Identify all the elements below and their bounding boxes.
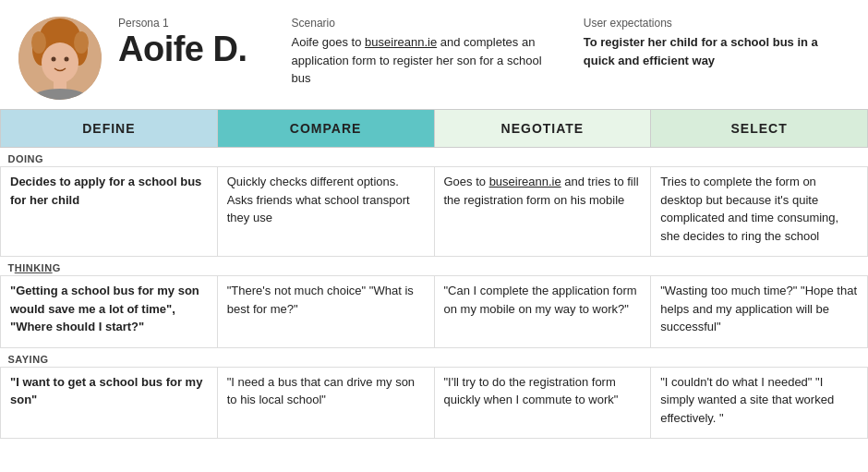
saying-content-row: "I want to get a school bus for my son" … <box>1 367 868 439</box>
scenario-text: Aoife goes to buseireann.ie and complete… <box>292 33 558 88</box>
svg-point-6 <box>42 42 78 83</box>
doing-label: DOING <box>1 148 868 167</box>
thinking-label-row: THINKING <box>1 257 868 276</box>
phase-negotiate: NEGOTIATE <box>434 110 651 148</box>
doing-cell-select: Tries to complete the form on desktop bu… <box>651 167 868 257</box>
doing-label-row: DOING <box>1 148 868 167</box>
doing-content-row: Decides to apply for a school bus for he… <box>1 167 868 257</box>
scenario-block: Scenario Aoife goes to buseireann.ie and… <box>264 17 558 88</box>
saying-cell-compare: "I need a bus that can drive my son to h… <box>217 367 434 439</box>
doing-cell-compare: Quickly checks different options. Asks f… <box>217 167 434 257</box>
persona-name: Aoife D. <box>118 31 247 67</box>
thinking-content-row: "Getting a school bus for my son would s… <box>1 276 868 348</box>
svg-point-4 <box>31 31 46 54</box>
thinking-cell-negotiate: "Can I complete the application form on … <box>434 276 651 348</box>
scenario-label: Scenario <box>292 17 558 30</box>
saying-label: SAYING <box>1 347 868 367</box>
header-section: Persona 1 Aoife D. Scenario Aoife goes t… <box>0 0 868 109</box>
thinking-cell-define: "Getting a school bus for my son would s… <box>1 276 218 348</box>
doing-cell-define: Decides to apply for a school bus for he… <box>1 167 218 257</box>
thinking-cell-compare: "There's not much choice" "What is best … <box>217 276 434 348</box>
avatar <box>18 17 102 100</box>
phase-header-row: DEFINE COMPARE NEGOTIATE SELECT <box>1 110 868 148</box>
svg-point-7 <box>52 57 56 62</box>
doing-cell-negotiate: Goes to buseireann.ie and tries to fill … <box>434 167 651 257</box>
svg-point-5 <box>74 31 89 54</box>
thinking-label: THINKING <box>1 257 868 276</box>
saying-cell-select: "I couldn't do what I needed" "I simply … <box>651 367 868 439</box>
thinking-cell-select: "Wasting too much time?" "Hope that help… <box>651 276 868 348</box>
user-exp-text: To register her child for a school bus i… <box>584 33 850 69</box>
user-exp-block: User expectations To register her child … <box>574 17 850 69</box>
journey-table: DEFINE COMPARE NEGOTIATE SELECT DOING De… <box>0 109 868 439</box>
persona-label: Persona 1 <box>118 17 247 30</box>
phase-compare: COMPARE <box>217 110 434 148</box>
saying-label-row: SAYING <box>1 347 868 367</box>
phase-define: DEFINE <box>1 110 218 148</box>
user-exp-label: User expectations <box>584 17 850 30</box>
persona-name-block: Persona 1 Aoife D. <box>118 17 247 70</box>
svg-point-8 <box>65 57 69 62</box>
phase-select: SELECT <box>651 110 868 148</box>
saying-cell-negotiate: "I'll try to do the registration form qu… <box>434 367 651 439</box>
saying-cell-define: "I want to get a school bus for my son" <box>1 367 218 439</box>
